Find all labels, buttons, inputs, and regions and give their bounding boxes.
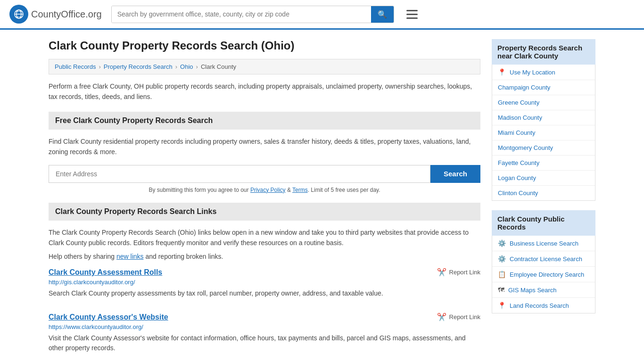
sidebar-nearby-list: 📍 Use My Location Champaign County Green… — [492, 65, 595, 201]
sidebar-item-madison[interactable]: Madison County — [492, 110, 595, 125]
sidebar-item-employee-directory[interactable]: 📋 Employee Directory Search — [492, 267, 595, 282]
map-icon: 🗺 — [498, 286, 504, 294]
logo: CountyOffice.org — [9, 5, 102, 24]
champaign-county-link[interactable]: Champaign County — [492, 80, 595, 95]
free-search-description: Find Clark County residential property r… — [49, 136, 480, 157]
hamburger-menu-button[interactable] — [404, 7, 421, 22]
sidebar-nearby-section: Property Records Search near Clark Count… — [492, 39, 595, 201]
hamburger-line-1 — [406, 10, 418, 11]
report-icon-1: ✂️ — [437, 268, 446, 277]
links-section-header: Clark County Property Records Search Lin… — [49, 203, 480, 221]
address-input[interactable] — [49, 165, 430, 183]
header-search-input[interactable] — [112, 6, 371, 23]
sidebar-public-records-list: ⚙️ Business License Search ⚙️ Contractor… — [492, 236, 595, 313]
land-records-link[interactable]: 📍 Land Records Search — [492, 298, 595, 313]
free-search-section-header: Free Clark County Property Records Searc… — [49, 112, 480, 130]
clinton-county-link[interactable]: Clinton County — [492, 186, 595, 200]
hamburger-line-3 — [406, 17, 418, 19]
sidebar-item-use-my-location[interactable]: 📍 Use My Location — [492, 65, 595, 80]
employee-directory-link[interactable]: 📋 Employee Directory Search — [492, 267, 595, 282]
sidebar-public-records-header: Clark County Public Records — [492, 210, 595, 236]
gear-icon-2: ⚙️ — [498, 255, 506, 263]
use-my-location-link[interactable]: 📍 Use My Location — [492, 65, 595, 80]
miami-county-link[interactable]: Miami County — [492, 125, 595, 140]
link-item-1: Clark County Assessment Rolls ✂️ Report … — [49, 268, 480, 303]
sidebar-item-montgomery[interactable]: Montgomery County — [492, 140, 595, 156]
sidebar-item-business-license[interactable]: ⚙️ Business License Search — [492, 236, 595, 251]
list-icon: 📋 — [498, 271, 506, 278]
breadcrumb: Public Records › Property Records Search… — [49, 59, 480, 74]
link-item-2-header: Clark County Assessor's Website ✂️ Repor… — [49, 313, 480, 321]
location-pin-icon: 📍 — [498, 68, 506, 76]
logan-county-link[interactable]: Logan County — [492, 171, 595, 185]
link-desc-2: Visit the Clark County Assessor's websit… — [49, 333, 480, 353]
sidebar-public-records-section: Clark County Public Records ⚙️ Business … — [492, 210, 595, 313]
link-url-2[interactable]: https://www.clarkcountyauditor.org/ — [49, 323, 480, 330]
link-item-2: Clark County Assessor's Website ✂️ Repor… — [49, 313, 480, 358]
business-license-link[interactable]: ⚙️ Business License Search — [492, 236, 595, 251]
breadcrumb-sep-1: › — [99, 63, 100, 70]
page-title: Clark County Property Records Search (Oh… — [49, 39, 480, 52]
sidebar-item-contractor-license[interactable]: ⚙️ Contractor License Search — [492, 251, 595, 267]
search-icon: 🔍 — [378, 10, 387, 18]
terms-link[interactable]: Terms — [292, 187, 308, 193]
header-search-bar: 🔍 — [111, 6, 394, 23]
sidebar-item-champaign[interactable]: Champaign County — [492, 80, 595, 95]
breadcrumb-property-records-search[interactable]: Property Records Search — [104, 63, 173, 70]
land-icon: 📍 — [498, 302, 506, 309]
link-item-1-header: Clark County Assessment Rolls ✂️ Report … — [49, 268, 480, 277]
breadcrumb-ohio[interactable]: Ohio — [180, 63, 193, 70]
breadcrumb-sep-2: › — [175, 63, 177, 70]
intro-text: Perform a free Clark County, OH public p… — [49, 81, 480, 102]
sidebar-item-logan[interactable]: Logan County — [492, 171, 595, 186]
address-search-row: Search — [49, 165, 480, 183]
sidebar-item-gis-maps[interactable]: 🗺 GIS Maps Search — [492, 282, 595, 298]
link-url-1[interactable]: http://gis.clarkcountyauditor.org/ — [49, 279, 480, 286]
breadcrumb-public-records[interactable]: Public Records — [55, 63, 96, 70]
links-description: The Clark County Property Records Search… — [49, 227, 480, 248]
gis-maps-link[interactable]: 🗺 GIS Maps Search — [492, 282, 595, 297]
breadcrumb-current: Clark County — [201, 63, 236, 70]
sidebar-item-land-records[interactable]: 📍 Land Records Search — [492, 298, 595, 313]
montgomery-county-link[interactable]: Montgomery County — [492, 140, 595, 155]
page-container: Clark County Property Records Search (Oh… — [39, 30, 605, 362]
breadcrumb-sep-3: › — [196, 63, 198, 70]
report-link-button-2[interactable]: ✂️ Report Link — [437, 313, 480, 321]
link-desc-1: Search Clark County property assessments… — [49, 288, 480, 298]
sidebar-item-miami[interactable]: Miami County — [492, 125, 595, 140]
sidebar: Property Records Search near Clark Count… — [492, 39, 595, 362]
hamburger-line-2 — [406, 14, 418, 15]
gear-icon-1: ⚙️ — [498, 239, 506, 247]
sidebar-nearby-header: Property Records Search near Clark Count… — [492, 39, 595, 65]
sidebar-item-fayette[interactable]: Fayette County — [492, 156, 595, 171]
report-link-button-1[interactable]: ✂️ Report Link — [437, 268, 480, 277]
logo-icon — [9, 5, 28, 24]
privacy-policy-link[interactable]: Privacy Policy — [250, 187, 286, 193]
report-icon-2: ✂️ — [437, 313, 446, 321]
link-title-2[interactable]: Clark County Assessor's Website — [49, 313, 168, 321]
madison-county-link[interactable]: Madison County — [492, 110, 595, 125]
new-links-link[interactable]: new links — [116, 253, 144, 260]
contractor-license-link[interactable]: ⚙️ Contractor License Search — [492, 251, 595, 266]
main-content: Clark County Property Records Search (Oh… — [49, 39, 480, 362]
greene-county-link[interactable]: Greene County — [492, 95, 595, 110]
logo-text: CountyOffice.org — [31, 9, 102, 20]
address-search-button[interactable]: Search — [430, 165, 480, 183]
link-title-1[interactable]: Clark County Assessment Rolls — [49, 268, 162, 277]
header-search-button[interactable]: 🔍 — [371, 6, 394, 23]
site-header: CountyOffice.org 🔍 — [0, 0, 644, 30]
form-disclaimer: By submitting this form you agree to our… — [49, 187, 480, 193]
sidebar-item-clinton[interactable]: Clinton County — [492, 186, 595, 200]
sidebar-item-greene[interactable]: Greene County — [492, 95, 595, 110]
fayette-county-link[interactable]: Fayette County — [492, 156, 595, 170]
links-help: Help others by sharing new links and rep… — [49, 253, 480, 260]
